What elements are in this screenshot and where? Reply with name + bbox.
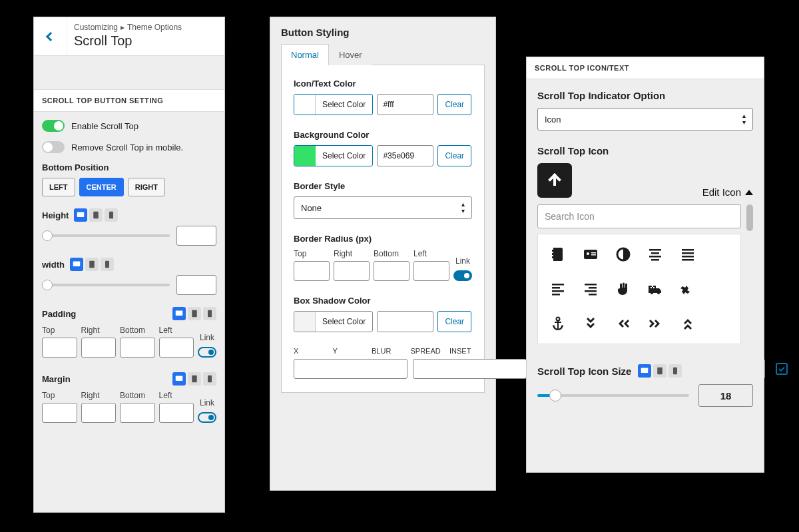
width-slider[interactable] <box>42 284 170 286</box>
device-mobile-icon[interactable] <box>101 258 114 271</box>
angle-double-left-icon[interactable] <box>615 316 631 332</box>
device-tablet-icon[interactable] <box>653 364 666 378</box>
device-tablet-icon[interactable] <box>85 258 99 271</box>
radius-bottom-input[interactable] <box>374 261 409 281</box>
address-card-icon[interactable] <box>583 246 599 262</box>
device-mobile-icon[interactable] <box>105 208 118 222</box>
margin-left-input[interactable] <box>159 403 194 423</box>
device-mobile-icon[interactable] <box>203 307 216 320</box>
icon-panel-body: Scroll Top Indicator Option Icon ▴▾ Scro… <box>527 79 764 417</box>
asl-interpreting-icon[interactable] <box>680 281 696 297</box>
height-input[interactable] <box>176 226 216 246</box>
hand-stop-icon[interactable] <box>615 281 631 297</box>
align-left-icon[interactable] <box>550 281 566 297</box>
select-color-button[interactable]: Select Color <box>316 146 372 166</box>
device-switcher <box>172 307 216 320</box>
adjust-icon[interactable] <box>615 246 631 262</box>
style-tabs: Normal Hover <box>270 43 495 65</box>
icon-text-color-picker[interactable]: Select Color <box>294 94 373 115</box>
device-tablet-icon[interactable] <box>89 208 103 222</box>
remove-mobile-toggle[interactable] <box>42 141 65 153</box>
shadow-color-clear[interactable]: Clear <box>437 311 471 332</box>
edit-icon-toggle[interactable]: Edit Icon <box>702 186 753 198</box>
device-mobile-icon[interactable] <box>668 364 682 378</box>
arrow-up-icon <box>548 174 561 187</box>
svg-point-13 <box>587 252 589 255</box>
device-desktop-icon[interactable] <box>638 364 651 378</box>
height-label: Height <box>42 210 69 220</box>
shadow-color-picker[interactable]: Select Color <box>294 311 373 332</box>
radius-left-input[interactable] <box>413 261 449 281</box>
angle-double-right-icon[interactable] <box>647 316 663 332</box>
shadow-color-hex[interactable] <box>377 311 433 332</box>
svg-rect-8 <box>208 310 212 318</box>
icon-text-color-hex[interactable]: #fff <box>377 94 433 115</box>
angle-double-down-icon[interactable] <box>583 316 599 332</box>
margin-bottom-input[interactable] <box>120 403 155 423</box>
svg-rect-3 <box>73 262 81 267</box>
customizer-header: Customizing▸Theme Options Scroll Top <box>34 17 224 56</box>
position-right-button[interactable]: RIGHT <box>128 178 165 196</box>
padding-top-input[interactable] <box>42 338 77 358</box>
icon-size-input[interactable]: 18 <box>698 384 753 407</box>
enable-scroll-top-toggle[interactable] <box>42 120 65 132</box>
shadow-inset-checkbox[interactable] <box>776 363 788 375</box>
margin-link-toggle[interactable] <box>198 412 216 423</box>
align-justify-icon[interactable] <box>680 246 696 262</box>
device-mobile-icon[interactable] <box>203 372 216 386</box>
device-tablet-icon[interactable] <box>188 372 201 386</box>
shadow-x-input[interactable] <box>294 359 407 379</box>
shadow-y-input[interactable] <box>413 359 527 379</box>
indicator-select[interactable]: Icon ▴▾ <box>537 108 753 131</box>
padding-left-input[interactable] <box>159 338 194 358</box>
search-icon-input[interactable]: Search Icon <box>537 204 741 228</box>
bg-color-hex[interactable]: #35e069 <box>377 145 433 166</box>
svg-rect-10 <box>192 376 197 383</box>
select-color-button[interactable]: Select Color <box>316 312 372 332</box>
ambulance-icon[interactable] <box>647 281 663 297</box>
indicator-value: Icon <box>545 115 561 125</box>
align-center-icon[interactable] <box>647 246 663 262</box>
tab-hover[interactable]: Hover <box>329 44 372 65</box>
height-slider[interactable] <box>42 234 170 237</box>
align-right-icon[interactable] <box>583 281 599 297</box>
device-tablet-icon[interactable] <box>188 307 201 320</box>
address-book-icon[interactable] <box>550 246 566 262</box>
icon-text-color-label: Icon/Text Color <box>294 79 472 89</box>
svg-rect-0 <box>77 212 85 218</box>
device-desktop-icon[interactable] <box>70 258 83 271</box>
angle-double-up-icon[interactable] <box>680 316 696 332</box>
width-input[interactable] <box>176 275 216 295</box>
shadow-x-label: X <box>294 347 328 355</box>
select-color-button[interactable]: Select Color <box>316 95 372 115</box>
position-center-button[interactable]: CENTER <box>79 178 124 196</box>
svg-rect-7 <box>192 310 197 318</box>
device-switcher <box>638 364 682 378</box>
icon-size-slider[interactable] <box>537 394 689 397</box>
back-button[interactable] <box>34 17 67 55</box>
padding-link-toggle[interactable] <box>198 347 216 358</box>
margin-top-input[interactable] <box>42 403 77 423</box>
color-swatch-icon <box>294 312 316 332</box>
padding-bottom-input[interactable] <box>120 338 155 358</box>
padding-right-input[interactable] <box>81 338 117 358</box>
device-desktop-icon[interactable] <box>172 372 186 386</box>
device-desktop-icon[interactable] <box>172 307 186 320</box>
anchor-icon[interactable] <box>550 316 566 332</box>
radius-top-input[interactable] <box>294 261 330 281</box>
svg-rect-15 <box>591 254 596 256</box>
bg-color-picker[interactable]: Select Color <box>294 145 373 166</box>
bg-color-label: Background Color <box>294 130 472 140</box>
margin-right-input[interactable] <box>81 403 117 423</box>
icon-grid-scrollbar[interactable] <box>746 204 753 228</box>
icon-text-color-clear[interactable]: Clear <box>437 94 471 115</box>
device-desktop-icon[interactable] <box>74 208 87 222</box>
bg-color-clear[interactable]: Clear <box>437 145 471 166</box>
svg-rect-38 <box>673 368 677 375</box>
radius-right-input[interactable] <box>334 261 370 281</box>
tab-normal[interactable]: Normal <box>281 44 329 65</box>
border-style-select[interactable]: None ▴▾ <box>294 196 472 219</box>
page-title: Scroll Top <box>74 33 182 49</box>
radius-link-toggle[interactable] <box>453 270 472 281</box>
position-left-button[interactable]: LEFT <box>42 178 75 196</box>
